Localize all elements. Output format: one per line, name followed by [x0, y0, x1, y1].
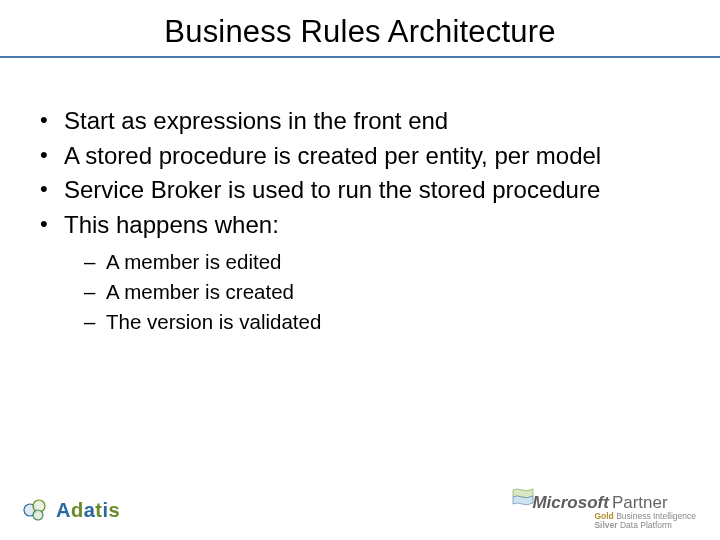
- list-item: A member is created: [76, 279, 690, 305]
- list-item: A stored procedure is created per entity…: [30, 141, 690, 172]
- adatis-logo-text: Adatis: [56, 499, 120, 522]
- microsoft-word: Microsoft: [532, 494, 609, 512]
- microsoft-partner-sub2: Silver Data Platform: [532, 521, 696, 530]
- sub-bullet-list: A member is edited A member is created T…: [76, 249, 690, 336]
- list-item: Service Broker is used to run the stored…: [30, 175, 690, 206]
- svg-point-2: [33, 510, 43, 520]
- list-item: Start as expressions in the front end: [30, 106, 690, 137]
- list-item: This happens when: A member is edited A …: [30, 210, 690, 335]
- list-item: The version is validated: [76, 309, 690, 335]
- partner-word: Partner: [612, 494, 668, 512]
- bullet-list: Start as expressions in the front end A …: [30, 106, 690, 336]
- microsoft-partner-main: Microsoft Partner: [532, 494, 696, 512]
- adatis-logo: Adatis: [22, 496, 120, 524]
- slide-content: Start as expressions in the front end A …: [30, 106, 690, 336]
- slide-title: Business Rules Architecture: [0, 14, 720, 50]
- silver-label: Silver: [594, 520, 617, 530]
- microsoft-flag-icon: [512, 488, 534, 506]
- microsoft-partner-logo: Microsoft Partner Gold Business Intellig…: [532, 494, 696, 530]
- silver-text: Data Platform: [620, 520, 672, 530]
- adatis-logo-icon: [22, 496, 50, 524]
- list-item: A member is edited: [76, 249, 690, 275]
- title-underline: [0, 56, 720, 58]
- footer: Adatis Microsoft Partner Gold Business I…: [0, 476, 720, 540]
- list-item-text: This happens when:: [64, 211, 279, 238]
